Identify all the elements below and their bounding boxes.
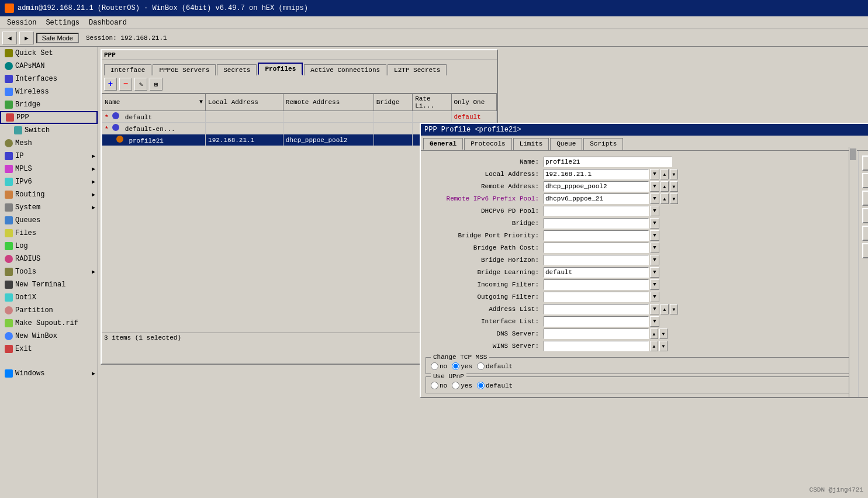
tcp-mss-default-label[interactable]: default [477, 362, 513, 370]
bridge-port-priority-input[interactable] [544, 230, 649, 241]
tab-l2tp-secrets[interactable]: L2TP Secrets [388, 64, 447, 75]
upnp-yes-radio[interactable] [452, 382, 459, 389]
address-list-scroll-up[interactable]: ▲ [660, 304, 669, 314]
wins-server-scroll-up[interactable]: ▲ [650, 341, 658, 351]
bridge-horizon-input[interactable] [544, 255, 649, 265]
incoming-filter-dropdown[interactable]: ▼ [650, 279, 659, 290]
ok-button[interactable]: OK [862, 155, 868, 171]
bridge-input[interactable] [544, 218, 649, 229]
dialog-tab-queue[interactable]: Queue [550, 138, 582, 150]
back-btn[interactable]: ◄ [2, 32, 17, 44]
menu-session[interactable]: Session [2, 18, 41, 28]
sidebar-item-dot1x[interactable]: Dot1X [0, 291, 98, 304]
sidebar-item-ipv6[interactable]: IPv6 ▶ [0, 175, 98, 188]
dialog-tab-protocols[interactable]: Protocols [464, 138, 511, 150]
sidebar-item-ip[interactable]: IP ▶ [0, 150, 98, 162]
bridge-port-priority-dropdown[interactable]: ▼ [650, 230, 659, 241]
sidebar-item-system[interactable]: System ▶ [0, 201, 98, 214]
address-list-scroll-dn[interactable]: ▼ [670, 304, 678, 314]
tab-pppoe-servers[interactable]: PPPoE Servers [153, 64, 216, 75]
tcp-mss-no-radio[interactable] [431, 362, 438, 370]
remote-ipv6-scroll-up[interactable]: ▲ [660, 193, 669, 204]
local-address-input[interactable] [544, 169, 649, 179]
sidebar-item-queues[interactable]: Queues [0, 214, 98, 227]
add-btn[interactable]: + [104, 78, 117, 91]
bridge-path-cost-dropdown[interactable]: ▼ [650, 243, 659, 253]
tab-secrets[interactable]: Secrets [217, 64, 257, 75]
edit-btn[interactable]: ✎ [134, 78, 147, 91]
bridge-dropdown[interactable]: ▼ [650, 218, 659, 229]
remote-ipv6-scroll-dn[interactable]: ▼ [670, 193, 678, 204]
bridge-horizon-dropdown[interactable]: ▼ [650, 255, 659, 265]
address-list-input[interactable] [544, 304, 649, 314]
forward-btn[interactable]: ► [19, 32, 34, 44]
remove-btn[interactable]: − [119, 78, 132, 91]
sidebar-item-new-winbox[interactable]: New WinBox [0, 330, 98, 343]
sidebar-item-make-supout[interactable]: Make Supout.rif [0, 317, 98, 330]
dhcpv6-dropdown[interactable]: ▼ [650, 206, 659, 216]
wins-server-input[interactable] [544, 341, 649, 351]
sidebar-item-windows[interactable]: Windows ▶ [0, 367, 98, 380]
remote-address-input[interactable] [544, 181, 649, 192]
dhcpv6-input[interactable] [544, 206, 649, 216]
remote-ipv6-input[interactable] [544, 193, 649, 204]
incoming-filter-input[interactable] [544, 279, 649, 290]
safe-mode-btn[interactable]: Safe Mode [36, 33, 79, 43]
local-address-scroll-dn[interactable]: ▼ [670, 169, 678, 179]
tab-interface[interactable]: Interface [104, 64, 151, 75]
tab-profiles[interactable]: Profiles [258, 63, 303, 75]
tcp-mss-default-radio[interactable] [477, 362, 485, 370]
dns-server-scroll-up[interactable]: ▲ [650, 328, 658, 339]
address-list-dropdown[interactable]: ▼ [650, 304, 659, 314]
sidebar-item-bridge[interactable]: Bridge [0, 98, 98, 111]
local-address-scroll-up[interactable]: ▲ [660, 169, 669, 179]
upnp-default-radio[interactable] [477, 382, 485, 389]
copy-button[interactable]: Copy [862, 226, 868, 241]
bridge-learning-dropdown[interactable]: ▼ [650, 267, 659, 278]
filter-btn[interactable]: ⊞ [150, 78, 162, 91]
outgoing-filter-dropdown[interactable]: ▼ [650, 292, 659, 302]
sidebar-item-radius[interactable]: RADIUS [0, 253, 98, 265]
upnp-yes-label[interactable]: yes [452, 382, 472, 389]
sidebar-item-routing[interactable]: Routing ▶ [0, 188, 98, 201]
sidebar-item-partition[interactable]: Partition [0, 304, 98, 317]
name-input[interactable] [544, 157, 672, 167]
interface-list-dropdown[interactable]: ▼ [650, 316, 659, 327]
tcp-mss-no-label[interactable]: no [431, 362, 447, 370]
wins-server-scroll-dn[interactable]: ▼ [659, 341, 668, 351]
local-address-dropdown[interactable]: ▼ [650, 169, 659, 179]
comment-button[interactable]: Comment [862, 208, 868, 223]
sidebar-item-mpls[interactable]: MPLS ▶ [0, 162, 98, 175]
upnp-no-label[interactable]: no [431, 382, 447, 389]
table-row[interactable]: * default default [102, 111, 497, 123]
row2-name[interactable]: * default-en... [102, 123, 206, 134]
dialog-tab-limits[interactable]: Limits [513, 138, 549, 150]
remove-button[interactable]: Remove [862, 243, 868, 258]
sidebar-item-mesh[interactable]: Mesh [0, 137, 98, 150]
sidebar-item-interfaces[interactable]: Interfaces [0, 72, 98, 85]
bridge-learning-input[interactable] [544, 267, 649, 278]
dns-server-input[interactable] [544, 328, 649, 339]
cancel-button[interactable]: Cancel [862, 173, 868, 188]
sidebar-item-tools[interactable]: Tools ▶ [0, 265, 98, 278]
interface-list-input[interactable] [544, 316, 649, 327]
sidebar-item-quickset[interactable]: Quick Set [0, 47, 98, 60]
sidebar-item-log[interactable]: Log [0, 240, 98, 253]
row1-name[interactable]: * default [102, 111, 206, 123]
remote-ipv6-dropdown[interactable]: ▼ [650, 193, 659, 204]
remote-address-scroll-up[interactable]: ▲ [660, 181, 669, 192]
tcp-mss-yes-radio[interactable] [452, 362, 459, 370]
sidebar-item-new-terminal[interactable]: New Terminal [0, 278, 98, 291]
menu-settings[interactable]: Settings [41, 18, 84, 28]
tab-active-connections[interactable]: Active Connections [304, 64, 386, 75]
sidebar-item-ppp[interactable]: PPP [0, 111, 98, 124]
dialog-scrollbar[interactable] [849, 147, 857, 397]
dialog-tab-general[interactable]: General [423, 138, 463, 150]
dns-server-scroll-dn[interactable]: ▼ [659, 328, 668, 339]
bridge-path-cost-input[interactable] [544, 243, 649, 253]
outgoing-filter-input[interactable] [544, 292, 649, 302]
remote-address-dropdown[interactable]: ▼ [650, 181, 659, 192]
sidebar-item-capsman[interactable]: CAPsMAN [0, 60, 98, 72]
upnp-default-label[interactable]: default [477, 382, 513, 389]
sidebar-item-wireless[interactable]: Wireless [0, 85, 98, 98]
